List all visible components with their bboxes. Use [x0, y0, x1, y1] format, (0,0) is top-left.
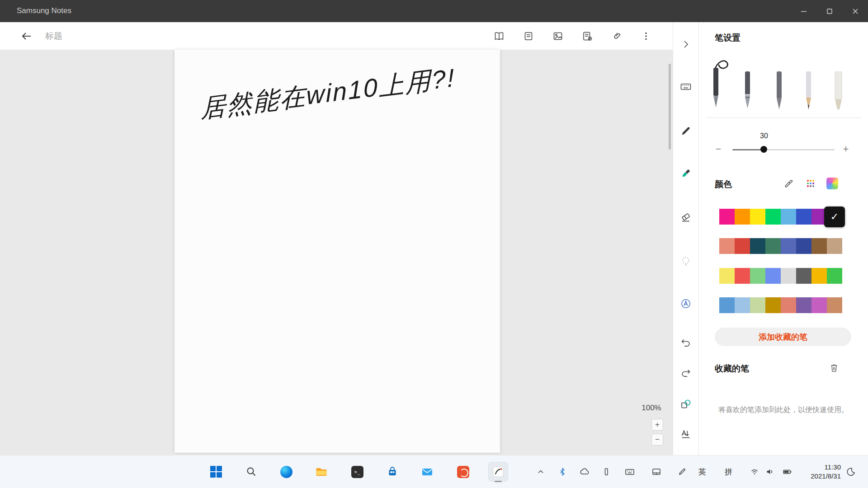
lasso-select-button[interactable]: [677, 252, 695, 270]
pen-tray-button[interactable]: [678, 467, 687, 476]
color-swatch[interactable]: [719, 268, 735, 284]
attachment-button[interactable]: [611, 30, 623, 42]
thickness-decrease-button[interactable]: −: [712, 142, 725, 156]
color-swatch[interactable]: [719, 238, 735, 254]
back-button[interactable]: [20, 30, 33, 42]
eraser-tool-button[interactable]: [677, 208, 695, 226]
color-swatch[interactable]: [750, 209, 765, 225]
insert-image-icon: [552, 31, 563, 42]
delete-favorites-button[interactable]: [828, 362, 840, 374]
mail-button[interactable]: [417, 462, 437, 482]
color-swatch[interactable]: [811, 297, 827, 313]
keyboard-tool-button[interactable]: [677, 78, 695, 96]
color-swatch[interactable]: [796, 297, 811, 313]
insert-template-button[interactable]: [581, 30, 593, 42]
pen-pencil[interactable]: [801, 71, 817, 117]
color-swatch[interactable]: [719, 297, 735, 313]
canvas-scrollbar[interactable]: [669, 64, 671, 150]
text-format-button[interactable]: [677, 425, 695, 443]
touch-keyboard-button[interactable]: [625, 467, 635, 476]
color-swatch[interactable]: [781, 268, 796, 284]
note-card-button[interactable]: [523, 30, 534, 42]
file-explorer-button[interactable]: [311, 462, 331, 482]
convert-to-text-button[interactable]: [677, 295, 695, 313]
note-page-canvas[interactable]: 居然能在win10上用?!: [175, 50, 500, 453]
more-colors-button[interactable]: [805, 178, 816, 189]
color-swatch[interactable]: [750, 268, 765, 284]
color-swatch[interactable]: [796, 209, 811, 225]
eyedropper-button[interactable]: [783, 178, 795, 189]
pen-marker[interactable]: [830, 71, 847, 117]
color-spectrum-button[interactable]: [826, 178, 838, 189]
color-swatch[interactable]: [827, 238, 842, 254]
color-swatch[interactable]: [735, 238, 750, 254]
insert-image-button[interactable]: [552, 30, 564, 42]
color-swatch[interactable]: [735, 209, 750, 225]
pen-ballpoint[interactable]: [771, 71, 788, 117]
color-swatch[interactable]: [719, 209, 735, 225]
color-swatch[interactable]: [811, 238, 827, 254]
volume-button[interactable]: [765, 467, 774, 476]
edge-browser-button[interactable]: [276, 462, 296, 482]
touchpad-button[interactable]: [651, 467, 661, 476]
note-title-field[interactable]: 标题: [45, 30, 62, 42]
favorites-hint-text: 将喜欢的笔添加到此处，以便快速使用。: [709, 404, 858, 416]
windows-taskbar: >_: [0, 455, 868, 488]
color-swatch[interactable]: [796, 268, 811, 284]
onedrive-button[interactable]: [579, 467, 590, 476]
search-button[interactable]: [241, 462, 261, 482]
panel-title: 笔设置: [715, 32, 741, 44]
color-swatch[interactable]: ✓: [824, 206, 845, 227]
bluetooth-button[interactable]: [558, 467, 567, 476]
undo-button[interactable]: [677, 334, 695, 352]
add-favorite-pen-button[interactable]: 添加收藏的笔: [715, 328, 851, 346]
color-swatch[interactable]: [735, 268, 750, 284]
redo-button[interactable]: [677, 364, 695, 382]
color-swatch[interactable]: [735, 297, 750, 313]
collapse-panel-button[interactable]: [677, 35, 695, 53]
color-swatch[interactable]: [781, 297, 796, 313]
maximize-button[interactable]: [816, 0, 842, 22]
color-swatch[interactable]: [750, 297, 765, 313]
search-icon: [245, 466, 257, 478]
samsung-notes-taskbar-button[interactable]: [488, 462, 508, 482]
store-button[interactable]: [382, 462, 402, 482]
shapes-tool-button[interactable]: [677, 395, 695, 413]
color-swatch[interactable]: [750, 238, 765, 254]
page-view-button[interactable]: [493, 30, 505, 42]
zoom-out-button[interactable]: −: [651, 434, 663, 446]
trash-icon: [829, 363, 839, 373]
color-swatch[interactable]: [811, 268, 827, 284]
color-swatch[interactable]: [781, 209, 796, 225]
color-swatch[interactable]: [827, 268, 842, 284]
thickness-slider-thumb[interactable]: [760, 146, 767, 153]
start-button[interactable]: [206, 462, 226, 482]
color-swatch[interactable]: [765, 268, 781, 284]
minimize-button[interactable]: [791, 0, 816, 22]
zoom-in-button[interactable]: +: [651, 419, 663, 431]
pen-tool-button[interactable]: [677, 122, 695, 140]
close-button[interactable]: [842, 0, 868, 22]
color-swatch[interactable]: [781, 238, 796, 254]
wifi-button[interactable]: [750, 467, 759, 476]
hidden-icons-button[interactable]: [536, 467, 545, 476]
battery-button[interactable]: [783, 467, 793, 476]
color-swatch[interactable]: [765, 297, 781, 313]
ime-language-button[interactable]: 英: [698, 467, 706, 477]
night-mode-button[interactable]: [846, 467, 855, 476]
thickness-increase-button[interactable]: +: [839, 142, 853, 156]
color-swatch[interactable]: [765, 209, 781, 225]
orange-app-button[interactable]: [453, 462, 473, 482]
device-tray-button[interactable]: [602, 467, 610, 476]
color-swatch[interactable]: [796, 238, 811, 254]
ime-mode-button[interactable]: 拼: [725, 467, 732, 477]
highlighter-tool-button[interactable]: [677, 164, 695, 183]
clock[interactable]: 11:30 2021/8/31: [801, 463, 841, 481]
pen-calligraphy[interactable]: [740, 71, 756, 117]
chevron-right-icon: [681, 39, 691, 49]
pen-fountain[interactable]: [708, 68, 724, 113]
color-swatch[interactable]: [827, 297, 842, 313]
color-swatch[interactable]: [765, 238, 781, 254]
terminal-button[interactable]: >_: [347, 462, 367, 482]
more-menu-button[interactable]: [640, 30, 652, 42]
